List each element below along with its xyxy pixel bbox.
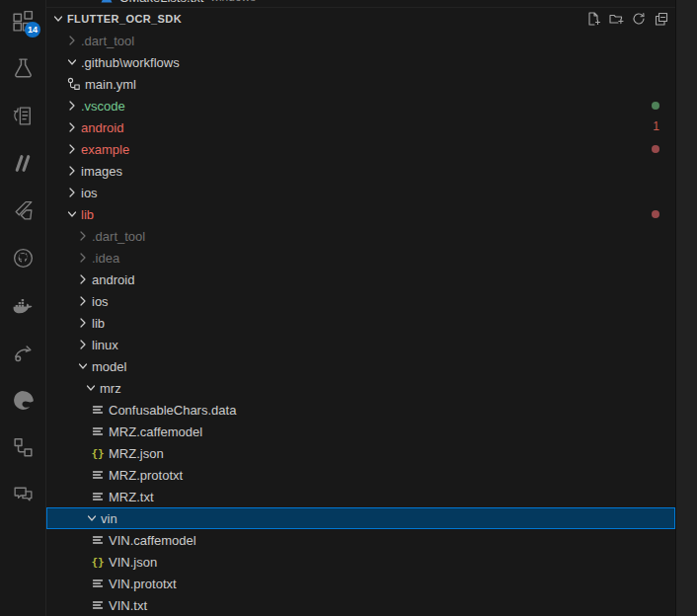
tree-item-label: example [81,142,129,157]
explorer-section-header[interactable]: FLUTTER_OCR_SDK [46,8,675,30]
tree-item[interactable]: example [46,138,675,160]
tree-item[interactable]: .github\workflows [46,51,675,73]
tree-item-label: linux [92,338,118,352]
chevron-right-icon [75,271,91,287]
cmake-icon [99,0,115,5]
section-title: FLUTTER_OCR_SDK [67,13,182,25]
file-lines-icon [90,489,106,504]
tree-item-label: .dart_tool [81,34,134,48]
tree-item[interactable]: MRZ.caffemodel [46,421,675,442]
tree-item-label: ios [92,294,109,309]
tree-item-label: ios [81,186,98,200]
extension-count-badge: 14 [25,22,40,38]
tree-item-label: .vscode [81,99,125,114]
tree-item[interactable]: .dart_tool [46,30,675,51]
tree-item[interactable]: {}VIN.json [46,551,675,573]
file-lines-icon [90,402,106,418]
chevron-down-icon [83,380,99,396]
chevron-right-icon [75,250,91,266]
tree-item[interactable]: model [46,355,675,377]
hierarchy-icon[interactable] [10,435,36,460]
git-status-dot [652,102,659,110]
tree-item[interactable]: linux [46,334,675,355]
tree-item-label: VIN.caffemodel [109,533,196,548]
tree-item-label: .github\workflows [81,55,180,70]
github-icon[interactable] [10,246,36,270]
m-logo-icon[interactable] [10,151,36,176]
chevron-right-icon [64,33,80,48]
tree-item[interactable]: MRZ.prototxt [46,464,675,486]
tree-item-label: VIN.txt [109,598,147,613]
chevron-right-icon [64,119,80,135]
tree-item[interactable]: .dart_tool [46,225,675,247]
tree-item[interactable]: vin [46,507,675,529]
explorer-toolbar [584,11,675,28]
svg-text:{}: {} [91,447,104,460]
chevron-right-icon [64,163,80,179]
open-editor-description: windows [210,0,256,4]
chevron-right-icon [64,141,80,157]
tree-item[interactable]: ios [46,290,675,312]
json-braces-icon: {} [90,445,106,461]
refresh-button[interactable] [630,11,647,28]
file-lines-icon [90,576,106,591]
tree-item[interactable]: .vscode [46,95,675,116]
chevron-down-icon [64,206,80,222]
new-file-button[interactable] [584,11,601,28]
testing-beaker-icon[interactable] [10,56,36,81]
tree-item-label: MRZ.caffemodel [109,424,202,439]
comments-icon[interactable] [10,483,36,507]
tree-item-label: model [92,359,126,374]
tree-item[interactable]: android1 [46,116,675,138]
tree-item-label: mrz [100,381,121,396]
tree-item-label: lib [92,316,105,331]
tree-item[interactable]: mrz [46,377,675,399]
json-braces-icon: {} [90,554,106,570]
tree-item[interactable]: android [46,269,675,290]
chevron-right-icon [75,228,91,244]
tree-item[interactable]: ConfusableChars.data [46,399,675,421]
tree-item-label: .dart_tool [92,229,145,244]
chevron-right-icon [75,315,91,331]
chevron-down-icon [50,11,66,27]
tree-item[interactable]: images [46,160,675,182]
open-editor-filename: CMakeLists.txt [119,0,203,5]
tree-item[interactable]: ios [46,182,675,203]
tree-item[interactable]: VIN.caffemodel [46,529,675,551]
new-folder-button[interactable] [607,11,624,28]
tree-item[interactable]: main.yml [46,73,675,95]
tree-item[interactable]: VIN.prototxt [46,573,675,594]
svg-text:{}: {} [91,556,104,569]
tree-item[interactable]: VIN.txt [46,594,675,616]
tree-item-label: android [92,272,134,287]
document-sync-icon[interactable] [10,104,36,128]
tree-item-label: ConfusableChars.data [109,403,236,418]
tree-item-label: lib [81,207,94,222]
activity-bar: 14 [0,0,46,616]
chevron-down-icon [75,358,91,374]
file-lines-icon [90,532,106,548]
docker-icon[interactable] [10,293,36,318]
tree-item[interactable]: .idea [46,247,675,269]
tree-item-label: vin [101,511,117,526]
tree-item-label: MRZ.json [109,446,164,461]
collapse-all-button[interactable] [653,11,669,28]
problems-count-badge: 1 [653,119,659,133]
open-editor-item[interactable]: CMakeLists.txt windows [46,0,675,8]
file-lines-icon [90,467,106,483]
edge-browser-icon[interactable] [10,388,36,413]
flutter-icon[interactable] [10,198,36,223]
tree-item[interactable]: {}MRZ.json [46,442,675,464]
tree-item[interactable]: MRZ.txt [46,486,675,507]
tree-item-label: android [81,120,123,135]
live-share-icon[interactable] [10,341,36,365]
tree-item-label: images [81,164,122,179]
tree-item[interactable]: lib [46,203,675,225]
git-status-dot [652,210,659,218]
tree-item-label: VIN.json [109,555,157,570]
extensions-icon[interactable]: 14 [10,9,36,34]
tree-item-label: MRZ.prototxt [109,468,183,483]
file-tree: .dart_tool.github\workflowsmain.yml.vsco… [46,30,675,616]
tree-item[interactable]: lib [46,312,675,334]
workflow-icon [66,76,82,92]
